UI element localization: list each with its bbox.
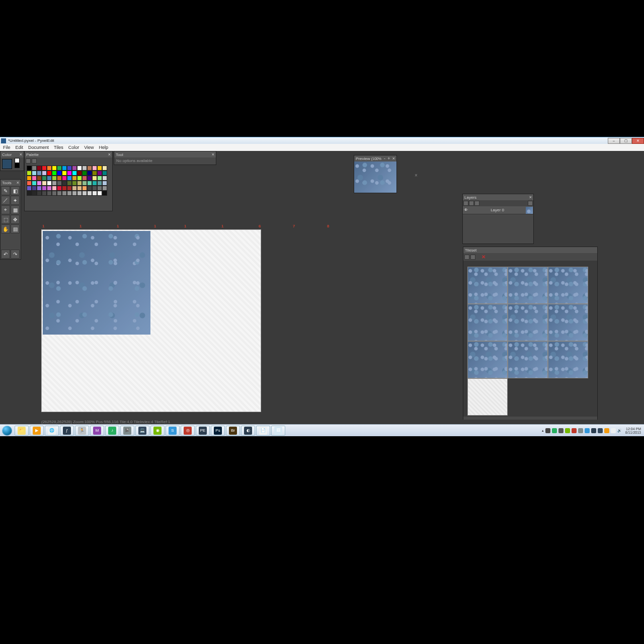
palette-swatch[interactable] bbox=[77, 171, 82, 176]
palette-swatch[interactable] bbox=[67, 186, 72, 191]
palette-swatch[interactable] bbox=[67, 166, 72, 171]
layer-name-label[interactable]: Layer 0 bbox=[469, 208, 526, 212]
palette-swatch[interactable] bbox=[27, 191, 32, 196]
merge-layer-button[interactable] bbox=[474, 201, 479, 206]
palette-swatch[interactable] bbox=[57, 186, 62, 191]
taskbar-app-icon[interactable]: PE bbox=[196, 426, 210, 436]
palette-swatch[interactable] bbox=[37, 181, 42, 186]
palette-swatch[interactable] bbox=[82, 176, 87, 181]
redo-icon[interactable]: ↷ bbox=[11, 250, 20, 259]
taskbar-app-icon[interactable]: ▶ bbox=[30, 426, 44, 436]
palette-swatch[interactable] bbox=[47, 171, 52, 176]
palette-swatch[interactable] bbox=[92, 191, 97, 196]
taskbar-clock[interactable]: 12:04 PM 8/11/2013 bbox=[623, 427, 643, 434]
tile-slot[interactable] bbox=[467, 267, 508, 304]
palette-swatch[interactable] bbox=[102, 191, 107, 196]
tile-slot[interactable] bbox=[508, 267, 548, 304]
color-panel-header[interactable]: Color × bbox=[1, 151, 24, 157]
palette-swatch[interactable] bbox=[27, 166, 32, 171]
duplicate-layer-button[interactable] bbox=[469, 201, 474, 206]
eyedropper-tool-icon[interactable]: ⌖ bbox=[1, 205, 10, 214]
taskbar-app-icon[interactable]: 🏃 bbox=[75, 426, 89, 436]
close-button[interactable]: ✕ bbox=[632, 138, 644, 144]
tray-icon[interactable] bbox=[585, 428, 590, 433]
palette-swatch[interactable] bbox=[32, 181, 37, 186]
palette-swatch[interactable] bbox=[92, 176, 97, 181]
palette-swatch[interactable] bbox=[82, 171, 87, 176]
taskbar-app-icon[interactable]: Br bbox=[226, 426, 240, 436]
taskbar-app-icon[interactable]: 🖼 bbox=[271, 426, 285, 436]
tile-tool-icon[interactable]: ▤ bbox=[11, 224, 20, 233]
palette-swatch[interactable] bbox=[77, 181, 82, 186]
palette-swatch[interactable] bbox=[62, 181, 67, 186]
palette-swatch[interactable] bbox=[37, 191, 42, 196]
tray-icon[interactable] bbox=[604, 428, 609, 433]
palette-swatch[interactable] bbox=[92, 181, 97, 186]
palette-swatch[interactable] bbox=[37, 186, 42, 191]
tray-icon[interactable] bbox=[598, 428, 603, 433]
palette-swatch[interactable] bbox=[82, 186, 87, 191]
palette-swatch[interactable] bbox=[62, 166, 67, 171]
palette-swatch[interactable] bbox=[42, 171, 47, 176]
palette-swatch[interactable] bbox=[57, 171, 62, 176]
palette-swatch[interactable] bbox=[97, 176, 102, 181]
tray-expand-icon[interactable]: ▴ bbox=[542, 429, 544, 433]
palette-swatch[interactable] bbox=[42, 186, 47, 191]
document-canvas[interactable] bbox=[41, 229, 261, 412]
tileset-add-button[interactable] bbox=[464, 255, 469, 260]
palette-swatch[interactable] bbox=[87, 171, 92, 176]
palette-swatch[interactable] bbox=[42, 191, 47, 196]
palette-swatch[interactable] bbox=[72, 171, 77, 176]
taskbar-app-icon[interactable]: M bbox=[90, 426, 104, 436]
zoom-in-icon[interactable]: + bbox=[387, 156, 390, 161]
tile-slot[interactable] bbox=[548, 341, 588, 378]
tile-slot[interactable] bbox=[467, 304, 508, 341]
palette-swatch[interactable] bbox=[87, 186, 92, 191]
palette-swatch[interactable] bbox=[97, 181, 102, 186]
palette-swatch[interactable] bbox=[32, 186, 37, 191]
palette-swatch[interactable] bbox=[72, 176, 77, 181]
menu-document[interactable]: Document bbox=[26, 145, 51, 150]
system-tray[interactable]: ▴ 🔊 12:04 PM 8/11/2013 bbox=[542, 427, 644, 434]
palette-swatch[interactable] bbox=[47, 181, 52, 186]
palette-swatch[interactable] bbox=[87, 181, 92, 186]
palette-swatch[interactable] bbox=[52, 166, 57, 171]
palette-swatch[interactable] bbox=[62, 171, 67, 176]
palette-swatch[interactable] bbox=[32, 171, 37, 176]
palette-swatch[interactable] bbox=[32, 166, 37, 171]
palette-swatch[interactable] bbox=[102, 176, 107, 181]
volume-icon[interactable]: 🔊 bbox=[617, 429, 622, 433]
tray-icon[interactable] bbox=[578, 428, 583, 433]
palette-swatch[interactable] bbox=[27, 181, 32, 186]
palette-swatch[interactable] bbox=[57, 176, 62, 181]
palette-swatch[interactable] bbox=[102, 166, 107, 171]
palette-swatch[interactable] bbox=[72, 166, 77, 171]
taskbar-app-icon[interactable]: ◎ bbox=[181, 426, 195, 436]
layers-panel-header[interactable]: Layers × bbox=[463, 194, 533, 200]
palette-swatch[interactable] bbox=[87, 176, 92, 181]
tile-slot[interactable] bbox=[508, 341, 548, 378]
tray-icon[interactable] bbox=[565, 428, 570, 433]
taskbar-app-icon[interactable]: Ps bbox=[211, 426, 225, 436]
tool-options-panel[interactable]: Tool × No options available bbox=[114, 151, 216, 165]
palette-add-button[interactable] bbox=[26, 158, 31, 164]
fill-tool-icon[interactable]: ▦ bbox=[11, 205, 20, 214]
palette-swatch[interactable] bbox=[72, 191, 77, 196]
canvas-area[interactable]: 1 1 1 1 1 1 6 7 8 bbox=[41, 229, 419, 421]
palette-swatch[interactable] bbox=[92, 166, 97, 171]
preview-panel-header[interactable]: Preview (100% - + × bbox=[354, 155, 396, 162]
close-icon[interactable]: × bbox=[392, 156, 395, 161]
palette-swatch[interactable] bbox=[77, 176, 82, 181]
palette-swatch[interactable] bbox=[37, 171, 42, 176]
palette-swatch[interactable] bbox=[82, 181, 87, 186]
wand-tool-icon[interactable]: ✦ bbox=[11, 196, 20, 205]
taskbar-app-icon[interactable]: ◉ bbox=[150, 426, 165, 436]
tileset-panel-header[interactable]: Tileset bbox=[463, 247, 597, 253]
palette-swatch[interactable] bbox=[102, 186, 107, 191]
tray-icon[interactable] bbox=[572, 428, 577, 433]
menu-color[interactable]: Color bbox=[66, 145, 82, 150]
background-color-swatch[interactable] bbox=[15, 158, 20, 163]
palette-menu-button[interactable] bbox=[32, 158, 37, 164]
tray-icon[interactable] bbox=[591, 428, 596, 433]
menu-view[interactable]: View bbox=[82, 145, 96, 150]
